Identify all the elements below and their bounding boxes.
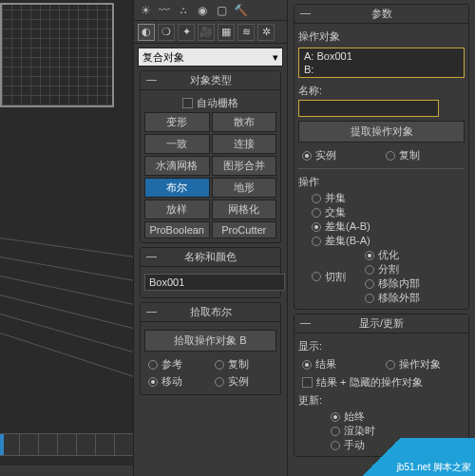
radio-show-operands[interactable]: 操作对象 bbox=[386, 357, 462, 371]
radio-reference[interactable]: 参考 bbox=[148, 357, 207, 371]
radio-sub-ab[interactable]: 差集(A-B) bbox=[312, 219, 465, 234]
radio-ext-copy[interactable]: 复制 bbox=[386, 148, 462, 162]
radio-cut[interactable]: 切割 bbox=[312, 248, 346, 305]
radio-cut-refine[interactable]: 优化 bbox=[365, 248, 420, 262]
autogrid-label: 自动栅格 bbox=[197, 96, 238, 110]
pick-operand-button[interactable]: 拾取操作对象 B bbox=[144, 330, 276, 352]
operand-name-input[interactable] bbox=[298, 100, 439, 117]
object-buttons-grid: 变形 散布 一致 连接 水滴网格 图形合并 布尔 地形 放样 网格化 ProBo… bbox=[144, 112, 276, 238]
viewport-grid-top[interactable] bbox=[0, 3, 114, 107]
list-item[interactable]: B: bbox=[300, 63, 463, 76]
tab-cameras[interactable]: 🎥 bbox=[198, 24, 215, 41]
autogrid-checkbox[interactable]: 自动栅格 bbox=[144, 94, 276, 112]
btn-mesher[interactable]: 网格化 bbox=[212, 200, 277, 219]
btn-boolean[interactable]: 布尔 bbox=[144, 178, 210, 198]
radio-upd-render[interactable]: 渲染时 bbox=[331, 424, 465, 438]
checkbox-icon bbox=[182, 98, 193, 108]
sun-icon[interactable]: ☀ bbox=[138, 3, 153, 18]
rollout-header[interactable]: 参数 bbox=[294, 5, 468, 24]
radio-intersect[interactable]: 交集 bbox=[312, 205, 465, 219]
utilities-icon[interactable]: 🔨 bbox=[233, 3, 248, 18]
list-item[interactable]: A: Box001 bbox=[300, 49, 463, 63]
tab-geometry[interactable]: ◐ bbox=[138, 24, 155, 41]
timeline[interactable] bbox=[0, 433, 133, 456]
radio-union[interactable]: 并集 bbox=[312, 191, 465, 205]
operands-label: 操作对象 bbox=[298, 28, 465, 46]
category-dropdown[interactable]: 复合对象 ▾ bbox=[138, 48, 283, 67]
radio-ext-instance[interactable]: 实例 bbox=[302, 148, 378, 162]
rollout-header[interactable]: 拾取布尔 bbox=[141, 303, 280, 322]
btn-loft[interactable]: 放样 bbox=[144, 200, 210, 219]
checkbox-icon bbox=[302, 377, 313, 388]
rollout-pick-boolean: 拾取布尔 拾取操作对象 B 参考 复制 移动 实例 bbox=[140, 302, 281, 395]
btn-blobmesh[interactable]: 水滴网格 bbox=[144, 156, 210, 176]
btn-procutter[interactable]: ProCutter bbox=[212, 221, 277, 238]
viewport-area bbox=[0, 0, 133, 466]
rollout-header[interactable]: 名称和颜色 bbox=[141, 248, 280, 267]
chevron-down-icon: ▾ bbox=[273, 51, 278, 64]
name-label: 名称: bbox=[298, 82, 465, 100]
watermark: jb51.net 脚本之家 bbox=[352, 438, 475, 476]
rollout-header[interactable]: 对象类型 bbox=[141, 71, 280, 90]
radio-upd-always[interactable]: 始终 bbox=[331, 409, 465, 424]
rollout-object-type: 对象类型 自动栅格 变形 散布 一致 连接 水滴网格 图形合并 布尔 地形 放样… bbox=[140, 70, 281, 243]
top-toolbar: ☀ 〰 ⛬ ◉ ▢ 🔨 bbox=[134, 0, 287, 21]
rollout-parameters: 参数 操作对象 A: Box001 B: 名称: 提取操作对象 实例 复制 操作… bbox=[294, 4, 469, 310]
operands-listbox[interactable]: A: Box001 B: bbox=[298, 48, 465, 78]
command-panel-right: 参数 操作对象 A: Box001 B: 名称: 提取操作对象 实例 复制 操作… bbox=[287, 0, 475, 476]
rollout-display-update: 显示/更新 显示: 结果 操作对象 结果 + 隐藏的操作对象 更新: 始终 渲染… bbox=[294, 314, 469, 457]
dropdown-label: 复合对象 bbox=[142, 50, 184, 65]
rollout-header[interactable]: 显示/更新 bbox=[294, 314, 468, 333]
radio-cut-split[interactable]: 分割 bbox=[365, 262, 420, 276]
viewport-grid-perspective[interactable] bbox=[0, 238, 133, 409]
hidden-ops-checkbox[interactable]: 结果 + 隐藏的操作对象 bbox=[298, 373, 465, 391]
curve-icon[interactable]: 〰 bbox=[157, 3, 172, 18]
display-label: 显示: bbox=[298, 337, 465, 355]
btn-connect[interactable]: 连接 bbox=[212, 134, 277, 154]
btn-scatter[interactable]: 散布 bbox=[212, 112, 277, 132]
command-panel-left: ☀ 〰 ⛬ ◉ ▢ 🔨 ◐ ❍ ✦ 🎥 ▦ ≋ ✲ 复合对象 ▾ 对象类型 自动… bbox=[133, 0, 287, 476]
radio-cut-rem-in[interactable]: 移除内部 bbox=[365, 276, 420, 291]
radio-cut-rem-out[interactable]: 移除外部 bbox=[365, 291, 420, 305]
btn-shapemerge[interactable]: 图形合并 bbox=[212, 156, 277, 176]
create-tabs: ◐ ❍ ✦ 🎥 ▦ ≋ ✲ bbox=[134, 21, 287, 44]
btn-terrain[interactable]: 地形 bbox=[212, 178, 277, 198]
tab-helpers[interactable]: ▦ bbox=[218, 24, 235, 41]
radio-instance[interactable]: 实例 bbox=[215, 374, 274, 389]
hierarchy-icon[interactable]: ⛬ bbox=[176, 3, 191, 18]
object-name-input[interactable] bbox=[144, 274, 285, 291]
btn-conform[interactable]: 一致 bbox=[144, 134, 210, 154]
tab-lights[interactable]: ✦ bbox=[178, 24, 195, 41]
tab-systems[interactable]: ✲ bbox=[257, 24, 275, 41]
radio-sub-ba[interactable]: 差集(B-A) bbox=[312, 234, 465, 248]
radio-move[interactable]: 移动 bbox=[148, 374, 207, 389]
btn-morph[interactable]: 变形 bbox=[144, 112, 210, 132]
radio-show-result[interactable]: 结果 bbox=[302, 357, 378, 371]
rollout-name-color: 名称和颜色 bbox=[140, 247, 281, 298]
update-label: 更新: bbox=[298, 391, 465, 409]
operation-label: 操作 bbox=[298, 173, 465, 191]
tab-spacewarps[interactable]: ≋ bbox=[238, 24, 255, 41]
motion-icon[interactable]: ◉ bbox=[195, 3, 210, 18]
tab-shapes[interactable]: ❍ bbox=[158, 24, 175, 41]
display-icon[interactable]: ▢ bbox=[214, 3, 229, 18]
radio-copy[interactable]: 复制 bbox=[215, 357, 274, 371]
btn-proboolean[interactable]: ProBoolean bbox=[144, 221, 210, 238]
extract-operand-button[interactable]: 提取操作对象 bbox=[298, 121, 465, 143]
